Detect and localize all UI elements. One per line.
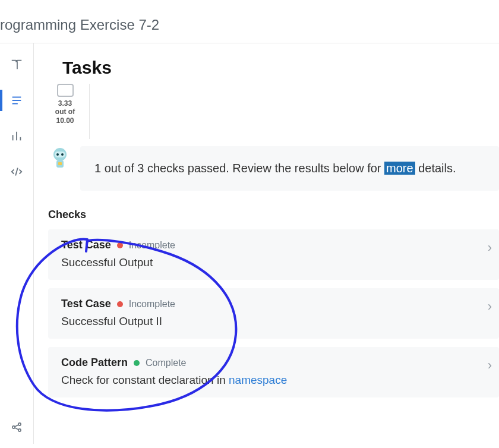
status-dot-icon [117,242,123,248]
score-card-icon [57,84,74,97]
share-icon[interactable] [10,420,24,434]
check-item-3[interactable]: Code Pattern Complete Check for constant… [48,347,499,397]
page-title: rogramming Exercise 7-2 [0,0,499,43]
svg-line-10 [15,425,19,427]
check-status-label: Incomplete [129,299,175,310]
check-type-label: Test Case [61,239,111,251]
checks-heading: Checks [48,209,499,221]
chevron-right-icon: › [488,358,492,373]
svg-line-6 [15,168,18,176]
tasks-heading: Tasks [48,43,499,84]
chart-icon[interactable] [10,129,24,143]
score-out-of-label: out of [55,108,75,116]
sidebar [0,43,33,444]
score-area: 3.33 out of 10.00 [48,84,499,139]
check-header: Code Pattern Complete [61,356,486,369]
score-value: 3.33 [58,99,72,108]
check-status-label: Complete [146,358,186,368]
check-type-label: Test Case [61,298,111,310]
check-description: Check for constant declaration in namesp… [61,374,486,387]
sidebar-bottom [10,420,24,434]
result-message: 1 out of 3 checks passed. Review the res… [80,146,499,191]
chevron-right-icon: › [488,299,492,314]
score-total: 10.00 [56,116,74,125]
chevron-right-icon: › [488,240,492,255]
status-dot-icon [134,360,140,366]
message-text-before: 1 out of 3 checks passed. Review the res… [94,162,384,175]
check-status-label: Incomplete [129,240,175,251]
svg-point-14 [56,153,59,156]
book-icon[interactable] [10,58,24,72]
svg-rect-17 [58,162,62,165]
code-icon[interactable] [10,165,24,179]
message-text-after: details. [415,162,456,175]
status-dot-icon [117,301,123,307]
list-icon[interactable] [10,93,24,108]
message-row: 1 out of 3 checks passed. Review the res… [48,146,499,191]
check-description-prefix: Check for constant declaration in [61,374,229,386]
check-header: Test Case Incomplete [61,239,486,251]
main-panel: Tasks 3.33 out of 10.00 [33,43,499,444]
robot-avatar [48,146,72,170]
svg-point-15 [61,153,64,156]
more-link[interactable]: more [384,162,415,175]
check-item-2[interactable]: Test Case Incomplete Successful Output I… [48,288,499,339]
layout: Tasks 3.33 out of 10.00 [0,43,499,444]
score-box: 3.33 out of 10.00 [48,84,90,139]
check-type-label: Code Pattern [61,356,128,369]
namespace-link[interactable]: namespace [229,374,287,386]
check-header: Test Case Incomplete [61,298,486,310]
check-item-1[interactable]: Test Case Incomplete Successful Output › [48,229,499,280]
svg-line-11 [15,428,19,430]
check-description: Successful Output II [61,315,486,328]
svg-rect-13 [55,152,65,157]
check-description: Successful Output [61,256,486,269]
